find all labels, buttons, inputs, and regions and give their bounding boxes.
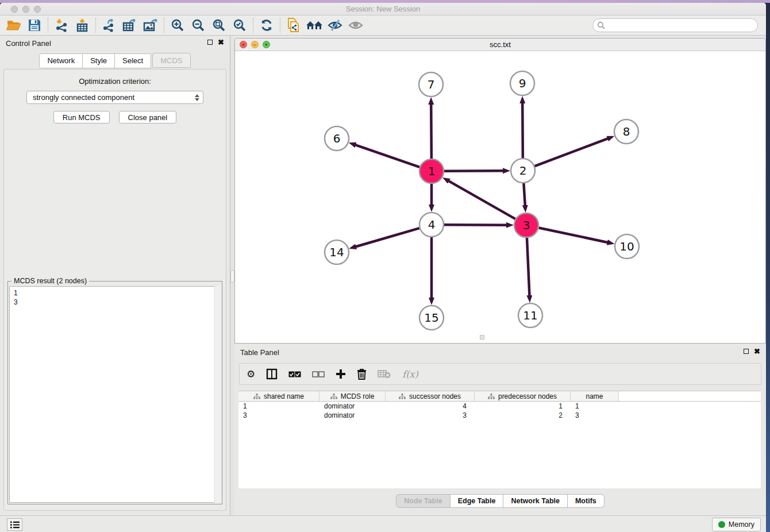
graph-node-15[interactable]: 15: [419, 306, 444, 330]
close-panel-icon[interactable]: ✖: [218, 39, 224, 45]
float-panel-icon[interactable]: [744, 349, 749, 354]
graph-node-1[interactable]: 1: [419, 159, 444, 183]
column-header-successor-nodes[interactable]: successor nodes: [386, 391, 475, 402]
graph-edge-3-10[interactable]: [539, 228, 609, 243]
graph-node-7[interactable]: 7: [419, 72, 443, 97]
graph-edge-3-11[interactable]: [527, 238, 530, 296]
tab-style[interactable]: Style: [83, 53, 115, 68]
select-all-button[interactable]: [288, 371, 301, 377]
sitemap-icon: [253, 394, 260, 399]
home-button[interactable]: [304, 17, 325, 34]
svg-text:2: 2: [519, 164, 527, 178]
tab-node-table[interactable]: Node Table: [396, 494, 450, 508]
refresh-button[interactable]: [256, 17, 277, 34]
graph-node-9[interactable]: 9: [510, 71, 534, 95]
column-header-name[interactable]: name: [571, 391, 619, 402]
show-columns-button[interactable]: [266, 368, 278, 380]
table-row[interactable]: 3 dominator 3 2 3: [238, 411, 761, 420]
mcds-result-scrollbar[interactable]: [214, 286, 221, 503]
toolbar-separator: [253, 18, 253, 33]
delete-column-button[interactable]: [357, 368, 367, 380]
cell-name[interactable]: 3: [571, 411, 619, 420]
table-options-button[interactable]: ⚙: [247, 368, 255, 380]
cell-successor-nodes[interactable]: 4: [386, 402, 475, 411]
tab-motifs[interactable]: Motifs: [568, 494, 605, 508]
network-graph[interactable]: 7968124314101511: [235, 51, 765, 341]
zoom-out-button[interactable]: [188, 17, 209, 34]
node-table: shared name MCDS role successor nodes pr…: [238, 391, 761, 488]
cell-successor-nodes[interactable]: 3: [386, 411, 475, 420]
graph-edge-4-3[interactable]: [444, 225, 507, 225]
close-panel-button[interactable]: Close panel: [119, 111, 177, 124]
graph-edge-1-6[interactable]: [355, 145, 419, 167]
hide-panel-button[interactable]: [325, 17, 345, 34]
table-row[interactable]: 1 dominator 4 1 1: [238, 402, 761, 411]
graph-node-14[interactable]: 14: [325, 240, 349, 264]
cell-shared-name[interactable]: 3: [238, 411, 319, 420]
open-folder-icon: [6, 19, 21, 32]
add-column-button[interactable]: [336, 369, 346, 379]
export-table-button[interactable]: [120, 17, 140, 34]
graph-node-6[interactable]: 6: [325, 126, 349, 151]
graph-edge-1-2[interactable]: [444, 171, 504, 171]
open-session-button[interactable]: [3, 17, 24, 34]
cell-mcds-role[interactable]: dominator: [319, 402, 386, 411]
mcds-result-title: MCDS result (2 nodes): [11, 277, 89, 285]
graph-node-11[interactable]: 11: [518, 303, 542, 327]
tab-mcds[interactable]: MCDS: [152, 53, 190, 68]
zoom-fit-button[interactable]: [209, 17, 229, 34]
delete-table-button[interactable]: [378, 369, 391, 379]
network-canvas[interactable]: 7968124314101511: [235, 51, 765, 341]
mcds-result-text[interactable]: 1 3: [9, 286, 221, 503]
show-panel-button[interactable]: [345, 17, 366, 34]
graph-edge-1-7[interactable]: [431, 103, 432, 159]
graph-edge-2-3[interactable]: [523, 183, 525, 206]
graph-node-8[interactable]: 8: [614, 119, 638, 144]
graph-node-4[interactable]: 4: [419, 213, 444, 237]
graph-edge-3-1[interactable]: [448, 180, 515, 219]
graph-edge-2-8[interactable]: [535, 138, 609, 167]
export-network-button[interactable]: [99, 17, 120, 34]
cell-predecessor-nodes[interactable]: 1: [475, 402, 571, 411]
column-header-shared-name[interactable]: shared name: [238, 391, 319, 402]
tab-network-table[interactable]: Network Table: [503, 494, 568, 508]
list-icon: [10, 521, 20, 529]
save-session-button[interactable]: [24, 17, 45, 34]
graph-edge-2-9[interactable]: [522, 102, 523, 158]
import-network-button[interactable]: [51, 17, 72, 34]
column-header-mcds-role[interactable]: MCDS role: [319, 391, 386, 402]
table-header-row: shared name MCDS role successor nodes pr…: [238, 391, 761, 402]
task-history-button[interactable]: [7, 518, 22, 531]
import-table-button[interactable]: [72, 17, 93, 34]
graph-node-3[interactable]: 3: [514, 213, 538, 237]
tab-select[interactable]: Select: [115, 53, 151, 68]
export-image-button[interactable]: [140, 17, 161, 34]
float-panel-icon[interactable]: [207, 40, 213, 45]
panel-splitter[interactable]: [230, 36, 234, 515]
close-panel-icon[interactable]: ✖: [754, 348, 760, 354]
memory-button[interactable]: Memory: [712, 518, 761, 531]
run-mcds-button[interactable]: Run MCDS: [53, 111, 110, 124]
save-icon: [28, 19, 41, 32]
splitter-handle[interactable]: [230, 270, 234, 283]
column-header-predecessor-nodes[interactable]: predecessor nodes: [475, 391, 571, 402]
graph-node-10[interactable]: 10: [615, 234, 639, 259]
control-panel-title: Control Panel: [6, 39, 51, 48]
function-builder-button[interactable]: f(x): [402, 369, 418, 380]
zoom-selected-button[interactable]: [229, 17, 250, 34]
cell-name[interactable]: 1: [571, 402, 619, 411]
tab-edge-table[interactable]: Edge Table: [451, 494, 504, 508]
tab-network[interactable]: Network: [39, 53, 83, 68]
cell-shared-name[interactable]: 1: [238, 402, 319, 411]
graph-node-2[interactable]: 2: [511, 159, 535, 183]
refresh-icon: [260, 18, 274, 32]
optimization-criterion-select[interactable]: strongly connected component: [26, 91, 203, 104]
graph-edge-4-14[interactable]: [355, 228, 419, 247]
search-input[interactable]: [592, 18, 758, 32]
unselect-all-button[interactable]: [312, 371, 325, 377]
cell-mcds-role[interactable]: dominator: [319, 411, 386, 420]
zoom-in-button[interactable]: [167, 17, 188, 34]
cell-predecessor-nodes[interactable]: 2: [475, 411, 571, 420]
canvas-scroll-knob[interactable]: [480, 335, 484, 340]
duplicate-network-button[interactable]: [283, 17, 304, 34]
